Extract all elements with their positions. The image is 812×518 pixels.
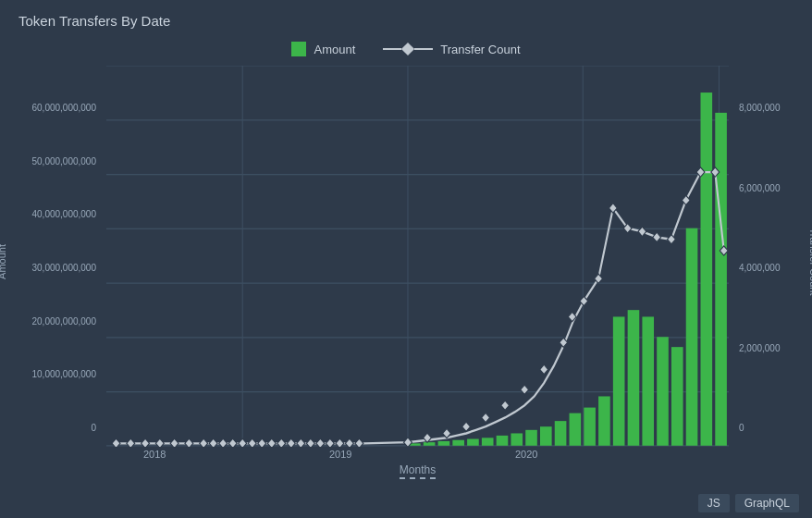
svg-rect-64 <box>540 364 548 374</box>
legend-amount: Amount <box>291 42 355 56</box>
y-left-tick-3: 30,000,000,000 <box>31 263 96 273</box>
svg-rect-54 <box>336 438 344 447</box>
chart-container: Amount Transfer Count Amount <box>0 38 812 488</box>
chart-area: Amount <box>9 66 803 447</box>
svg-rect-36 <box>141 438 150 447</box>
svg-rect-13 <box>424 442 436 446</box>
footer-buttons: JS GraphQL <box>0 488 812 518</box>
js-button[interactable]: JS <box>698 494 730 512</box>
svg-rect-32 <box>701 92 713 446</box>
svg-rect-52 <box>316 438 325 447</box>
chart-legend: Amount Transfer Count <box>9 42 803 56</box>
x-tick-2019: 2019 <box>329 449 351 460</box>
y-left-tick-2: 20,000,000,000 <box>31 316 96 327</box>
svg-rect-53 <box>326 438 334 447</box>
legend-amount-color <box>291 42 306 56</box>
y-left-label: Amount <box>0 244 7 279</box>
svg-rect-73 <box>667 235 675 244</box>
y-right-tick-2: 4,000,000 <box>739 263 781 273</box>
x-ticks: 2018 2019 2020 <box>106 447 729 462</box>
legend-transfer-count: Transfer Count <box>383 43 520 56</box>
svg-rect-55 <box>345 438 353 447</box>
svg-rect-22 <box>555 421 567 446</box>
x-axis-area: 2018 2019 2020 Months <box>106 447 729 479</box>
svg-rect-66 <box>568 312 576 321</box>
svg-rect-50 <box>297 438 305 447</box>
svg-rect-34 <box>112 438 120 447</box>
legend-line-left <box>383 48 401 50</box>
x-tick-2020: 2020 <box>515 449 537 460</box>
svg-rect-72 <box>653 232 661 241</box>
svg-rect-26 <box>613 316 625 445</box>
legend-line <box>383 44 433 54</box>
y-right-tick-1: 2,000,000 <box>739 343 781 353</box>
y-left-tick-4: 40,000,000,000 <box>31 209 96 219</box>
svg-rect-44 <box>239 438 247 447</box>
y-left-tick-1: 10,000,000,000 <box>31 369 96 379</box>
graphql-button[interactable]: GraphQL <box>735 494 799 512</box>
svg-rect-61 <box>482 413 490 422</box>
y-left-tick-5: 50,000,000,000 <box>31 156 96 166</box>
svg-rect-37 <box>155 438 164 447</box>
svg-rect-43 <box>228 438 237 447</box>
svg-rect-35 <box>127 438 135 447</box>
svg-rect-14 <box>438 441 450 446</box>
svg-rect-24 <box>584 408 596 446</box>
y-right-tick-4: 8,000,000 <box>739 103 781 113</box>
svg-rect-15 <box>452 440 464 446</box>
svg-rect-18 <box>497 436 509 446</box>
legend-line-right <box>414 48 433 50</box>
x-tick-2018: 2018 <box>143 449 166 460</box>
svg-rect-46 <box>258 438 266 447</box>
legend-transfer-count-label: Transfer Count <box>440 43 520 56</box>
svg-rect-40 <box>200 438 208 447</box>
chart-svg <box>106 66 729 447</box>
svg-rect-47 <box>267 438 276 447</box>
svg-rect-45 <box>248 438 256 447</box>
svg-rect-62 <box>501 401 510 410</box>
svg-rect-41 <box>209 438 217 447</box>
legend-diamond <box>401 43 414 56</box>
svg-rect-39 <box>185 438 193 447</box>
svg-rect-27 <box>628 310 640 446</box>
svg-rect-17 <box>482 438 494 445</box>
svg-rect-60 <box>462 422 471 431</box>
svg-rect-30 <box>671 347 683 446</box>
svg-rect-23 <box>570 413 582 446</box>
svg-rect-33 <box>715 113 727 446</box>
svg-rect-25 <box>598 396 610 445</box>
svg-rect-42 <box>219 438 228 447</box>
svg-rect-20 <box>525 430 537 446</box>
svg-rect-28 <box>642 316 654 445</box>
y-left-tick-6: 60,000,000,000 <box>31 103 96 113</box>
svg-rect-19 <box>511 433 523 445</box>
y-right-label: Transfer Count <box>808 228 812 296</box>
chart-title: Token Transfers By Date <box>0 0 812 38</box>
svg-rect-63 <box>521 385 529 394</box>
plot-area <box>106 66 729 447</box>
y-left-tick-0: 0 <box>91 423 96 433</box>
y-right-tick-3: 6,000,000 <box>739 183 781 193</box>
svg-rect-31 <box>686 228 698 446</box>
svg-rect-48 <box>277 438 286 447</box>
svg-rect-56 <box>355 438 363 447</box>
y-right-tick-0: 0 <box>739 423 744 433</box>
svg-rect-21 <box>540 426 552 446</box>
svg-rect-29 <box>657 337 669 446</box>
svg-rect-38 <box>170 438 178 447</box>
svg-rect-49 <box>287 438 295 447</box>
legend-amount-label: Amount <box>314 43 355 56</box>
svg-rect-51 <box>306 438 314 447</box>
svg-rect-74 <box>682 195 690 204</box>
x-axis-label: Months <box>400 463 436 479</box>
svg-rect-16 <box>467 439 479 446</box>
